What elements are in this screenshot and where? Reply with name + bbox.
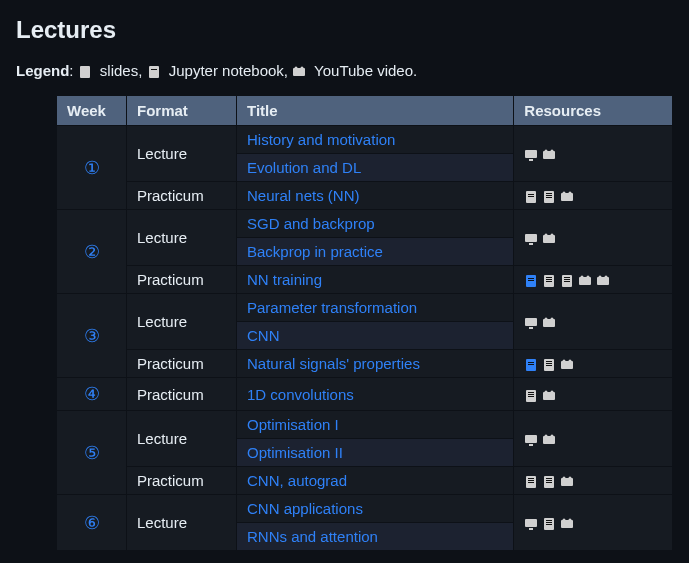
lecture-link[interactable]: NN training [247,271,322,288]
resources-cell [514,126,673,182]
svg-rect-22 [529,243,533,245]
title-cell: CNN applications [237,495,514,523]
video-icon[interactable] [542,148,556,162]
notebook-icon[interactable] [560,274,574,288]
format-cell: Lecture [127,294,237,350]
lecture-link[interactable]: Backprop in practice [247,243,383,260]
video-icon[interactable] [560,190,574,204]
screen-icon[interactable] [524,433,538,447]
legend-notebook: Jupyter notebook, [169,62,288,79]
svg-point-80 [569,477,572,480]
table-row: ③LectureParameter transformation [57,294,673,322]
svg-point-79 [563,477,566,480]
lecture-link[interactable]: History and motivation [247,131,395,148]
week-cell: ① [57,126,127,210]
svg-rect-75 [546,478,552,479]
svg-rect-66 [529,444,533,446]
lecture-link[interactable]: CNN, autograd [247,472,347,489]
lecture-link[interactable]: Evolution and DL [247,159,361,176]
screen-icon[interactable] [524,148,538,162]
slides-icon[interactable] [524,358,538,372]
week-cell: ③ [57,294,127,378]
video-icon [292,65,306,79]
title-cell: 1D convolutions [237,378,514,411]
video-icon[interactable] [560,358,574,372]
lecture-link[interactable]: CNN [247,327,280,344]
svg-rect-40 [597,277,609,285]
svg-rect-17 [546,197,552,198]
slides-icon[interactable] [524,274,538,288]
svg-rect-86 [546,524,552,525]
video-icon[interactable] [542,316,556,330]
lecture-link[interactable]: Parameter transformation [247,299,417,316]
video-icon[interactable] [542,389,556,403]
svg-rect-67 [543,436,555,444]
notebook-icon[interactable] [542,475,556,489]
svg-point-24 [545,234,548,237]
video-icon[interactable] [578,274,592,288]
video-icon[interactable] [560,517,574,531]
lecture-link[interactable]: Natural signals' properties [247,355,420,372]
format-cell: Practicum [127,378,237,411]
slides-icon[interactable] [524,190,538,204]
svg-rect-2 [151,69,157,70]
slides-icon [78,65,92,79]
notebook-icon[interactable] [524,475,538,489]
svg-rect-32 [546,281,552,282]
table-row: ⑤LectureOptimisation I [57,411,673,439]
svg-rect-60 [528,394,534,395]
notebook-icon[interactable] [524,389,538,403]
resources-cell [514,266,673,294]
title-cell: History and motivation [237,126,514,154]
screen-icon[interactable] [524,517,538,531]
legend-video: YouTube video. [314,62,417,79]
notebook-icon[interactable] [542,274,556,288]
legend-label: Legend [16,62,69,79]
col-format: Format [127,96,237,126]
video-icon[interactable] [560,475,574,489]
title-cell: Neural nets (NN) [237,182,514,210]
resources-cell [514,294,673,350]
table-row: ④Practicum1D convolutions [57,378,673,411]
lecture-link[interactable]: 1D convolutions [247,386,354,403]
lecture-link[interactable]: Optimisation I [247,416,339,433]
notebook-icon[interactable] [542,517,556,531]
svg-rect-15 [546,193,552,194]
lecture-link[interactable]: CNN applications [247,500,363,517]
video-icon[interactable] [596,274,610,288]
table-row: ②LectureSGD and backprop [57,210,673,238]
week-cell: ④ [57,378,127,411]
title-cell: Optimisation II [237,439,514,467]
svg-point-19 [563,192,566,195]
lecture-link[interactable]: RNNs and attention [247,528,378,545]
video-icon[interactable] [542,232,556,246]
title-cell: Natural signals' properties [237,350,514,378]
svg-rect-87 [561,520,573,528]
resources-cell [514,495,673,551]
svg-point-57 [569,360,572,363]
svg-rect-78 [561,478,573,486]
svg-rect-76 [546,480,552,481]
svg-point-64 [551,390,554,393]
svg-point-47 [551,318,554,321]
screen-icon[interactable] [524,316,538,330]
screen-icon[interactable] [524,232,538,246]
title-cell: SGD and backprop [237,210,514,238]
title-cell: NN training [237,266,514,294]
svg-rect-0 [80,66,90,78]
svg-rect-82 [529,528,533,530]
lecture-link[interactable]: SGD and backprop [247,215,375,232]
lecture-link[interactable]: Neural nets (NN) [247,187,360,204]
svg-point-89 [569,519,572,522]
notebook-icon[interactable] [542,358,556,372]
video-icon[interactable] [542,433,556,447]
svg-point-5 [301,67,304,70]
notebook-icon[interactable] [542,190,556,204]
lecture-link[interactable]: Optimisation II [247,444,343,461]
table-row: PracticumNN training [57,266,673,294]
svg-point-42 [605,276,608,279]
svg-point-20 [569,192,572,195]
table-row: ①LectureHistory and motivation [57,126,673,154]
svg-rect-49 [528,362,534,363]
col-resources: Resources [514,96,673,126]
